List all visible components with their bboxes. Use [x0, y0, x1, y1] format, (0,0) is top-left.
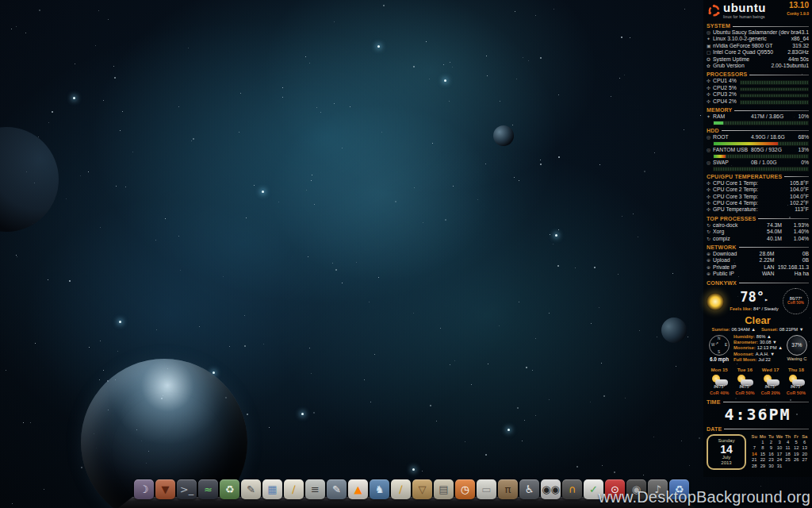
star	[619, 78, 620, 79]
hdd-usage: 4.90G / 18.6G	[745, 134, 798, 140]
calendar-day-cell: 11	[783, 445, 792, 451]
star	[700, 115, 701, 116]
star	[599, 307, 599, 308]
star	[413, 66, 415, 67]
dock-fox-app[interactable]: ▼	[155, 479, 175, 499]
star	[342, 148, 343, 148]
dock-accessibility[interactable]: ♿	[519, 479, 539, 499]
star	[254, 185, 255, 186]
disk-icon: ◎	[707, 160, 713, 166]
dock-xeyes[interactable]: ◉◉	[541, 479, 561, 499]
detail-row: Humidity:86% ▲	[733, 334, 783, 340]
star	[188, 48, 189, 48]
terminal-icon: >_	[180, 484, 193, 495]
star	[614, 471, 615, 473]
cpu-pct: 4%	[729, 78, 737, 84]
wind-speed: 6.0 mph	[707, 356, 732, 363]
star	[594, 267, 596, 268]
gpu-icon: ▣	[707, 43, 713, 49]
dock-bleachbit[interactable]: ∕	[284, 479, 304, 499]
dock-archive-box[interactable]: ▭	[477, 479, 496, 499]
section-time: TIME 4:36PM	[707, 399, 809, 424]
network-icon: ⊕	[707, 271, 713, 277]
star	[676, 366, 676, 367]
temp-row: ✣GPU Temperature:113°F	[707, 206, 809, 213]
calendar: SuMoTuWeThFrSa12345678910111213141516171…	[750, 434, 809, 469]
dock-pen-tool[interactable]: ✎	[327, 479, 347, 499]
dock-calculator[interactable]: ≡	[305, 479, 325, 499]
row-value: 43.1	[799, 29, 809, 36]
star	[125, 187, 126, 187]
dock-vlc[interactable]: ▲	[348, 479, 368, 499]
dock-workspace-desk[interactable]: π	[498, 479, 518, 499]
ubuntu-release: 13.10	[787, 2, 809, 10]
window-check-icon: ✓	[589, 484, 598, 495]
star	[760, 486, 761, 487]
dock-news-editor[interactable]: ✎	[241, 479, 261, 499]
star	[684, 9, 685, 10]
star	[526, 367, 527, 368]
star	[621, 37, 622, 38]
star	[550, 234, 550, 235]
star	[653, 437, 654, 437]
row-label: Linux 3.10.0-2-generic	[713, 36, 791, 42]
calendar-day-cell: 19	[792, 452, 801, 457]
calendar-day-cell	[800, 464, 809, 469]
cpu-pct: 2%	[729, 91, 737, 98]
clipboard-icon: ▤	[439, 484, 448, 495]
cpu-row: ✣CPU1 4%	[707, 78, 809, 84]
section-title: HDD	[707, 128, 809, 134]
calendar-day-cell: 17	[776, 452, 784, 457]
star	[122, 111, 123, 112]
dock-clipboard-manager[interactable]: ▤	[434, 479, 454, 499]
calendar-day-cell: 26	[792, 457, 801, 463]
star	[335, 269, 337, 271]
star	[44, 489, 44, 490]
calendar-day-cell: 29	[759, 464, 768, 469]
cpu-label: CPU4	[713, 98, 727, 105]
star	[465, 441, 465, 442]
dock-image-viewer[interactable]: ▦	[262, 479, 282, 499]
section-temperatures: CPU/GPU TEMPERATURES ✣CPU Core 1 Temp:10…	[707, 174, 809, 214]
hdd-pct: 0%	[801, 160, 809, 166]
dock-recent-documents[interactable]: ◷	[455, 479, 475, 499]
bright-star	[301, 413, 304, 415]
forecast-day: Thu 18 84/75° CoR 50%	[783, 366, 809, 397]
hdd-row: ◎FANTOM USB805G / 932G13%	[707, 147, 809, 153]
dock-system-monitor[interactable]: ≈	[198, 479, 218, 499]
process-pct: 1.04%	[782, 236, 809, 242]
dock-blue-creature[interactable]: ♞	[370, 479, 389, 499]
folder-clock-icon: ◷	[461, 484, 469, 495]
dock-package-box[interactable]: ▽	[412, 479, 432, 499]
star	[114, 77, 116, 79]
calendar-day-cell: 20	[800, 452, 809, 457]
calendar-day-cell	[750, 440, 759, 445]
feels-like: Feels like: 84° / Steady	[726, 306, 783, 312]
dock-terminal[interactable]: >_	[177, 479, 197, 499]
ram-bar	[713, 121, 809, 125]
system-row: ▢Intel Core 2 Quad Q95502.83GHz	[707, 49, 809, 56]
forecast-day: Mon 15 84/75° CoR 40%	[707, 366, 732, 397]
system-monitor-icon: ≈	[204, 484, 213, 495]
star	[599, 164, 600, 165]
dock-hardhat-tool[interactable]: ∩	[562, 479, 582, 499]
net-value: Ha ha	[775, 271, 810, 277]
star	[165, 218, 166, 219]
calendar-day-cell: 28	[750, 464, 759, 469]
section-title: CPU/GPU TEMPERATURES	[707, 174, 809, 180]
temp-value: 102.2°F	[790, 200, 809, 206]
detail-row: Full Moon:Jul 22	[733, 357, 783, 363]
star	[309, 348, 310, 348]
conky-brand: ubuntu linux for human beings 13.10 Conk…	[707, 2, 809, 21]
calendar-day-cell: 22	[759, 457, 768, 463]
dock-bleachbit-admin[interactable]: ∕	[391, 479, 411, 499]
star	[540, 57, 542, 59]
disk-icon: ◎	[707, 134, 713, 140]
star	[263, 344, 264, 344]
star	[657, 337, 657, 337]
star	[16, 255, 17, 256]
star	[6, 370, 6, 371]
dock-cairo-dock-menu[interactable]: ☽	[134, 479, 154, 499]
process-row: ↻cairo-dock74.3M1.93%	[707, 222, 809, 229]
dock-trash-basket[interactable]: ♻	[220, 479, 239, 499]
